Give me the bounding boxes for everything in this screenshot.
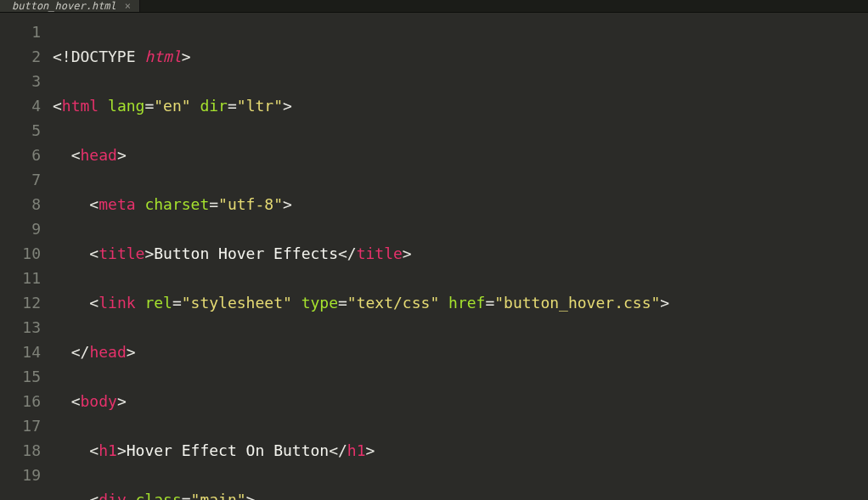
line-number: 18: [0, 438, 41, 463]
line-number: 6: [0, 143, 41, 167]
line-number: 3: [0, 69, 41, 93]
tab-bar: button_hover.html ×: [0, 0, 868, 13]
code-editor: button_hover.html × 1 2 3 4 5 6 7 8 9 10…: [0, 0, 868, 500]
line-number: 17: [0, 413, 41, 438]
code-content[interactable]: <!DOCTYPE html> <html lang="en" dir="ltr…: [48, 13, 868, 500]
code-line: <body>: [53, 389, 868, 413]
code-line: <html lang="en" dir="ltr">: [53, 93, 868, 118]
code-line: <title>Button Hover Effects</title>: [53, 241, 868, 266]
line-number: 4: [0, 93, 41, 118]
tab-filename: button_hover.html: [12, 0, 116, 12]
line-number: 5: [0, 118, 41, 143]
code-line: <h1>Hover Effect On Button</h1>: [53, 438, 868, 463]
code-line: <div class="main">: [53, 487, 868, 500]
line-number: 7: [0, 167, 41, 192]
line-number: 13: [0, 315, 41, 340]
line-number: 2: [0, 44, 41, 69]
line-number: 14: [0, 340, 41, 364]
line-number: 9: [0, 216, 41, 241]
file-tab[interactable]: button_hover.html ×: [0, 0, 140, 12]
line-number: 10: [0, 241, 41, 266]
code-line: <meta charset="utf-8">: [53, 192, 868, 216]
line-number-gutter: 1 2 3 4 5 6 7 8 9 10 11 12 13 14 15 16 1…: [0, 13, 48, 500]
code-line: <head>: [53, 143, 868, 167]
code-line: <!DOCTYPE html>: [53, 44, 868, 69]
line-number: 16: [0, 389, 41, 413]
close-icon[interactable]: ×: [125, 0, 131, 12]
code-area[interactable]: 1 2 3 4 5 6 7 8 9 10 11 12 13 14 15 16 1…: [0, 13, 868, 500]
code-line: </head>: [53, 340, 868, 364]
line-number: 8: [0, 192, 41, 216]
line-number: 19: [0, 463, 41, 487]
code-line: <link rel="stylesheet" type="text/css" h…: [53, 290, 868, 315]
line-number: 12: [0, 290, 41, 315]
line-number: 1: [0, 20, 41, 44]
line-number: 15: [0, 364, 41, 389]
line-number: 11: [0, 266, 41, 290]
